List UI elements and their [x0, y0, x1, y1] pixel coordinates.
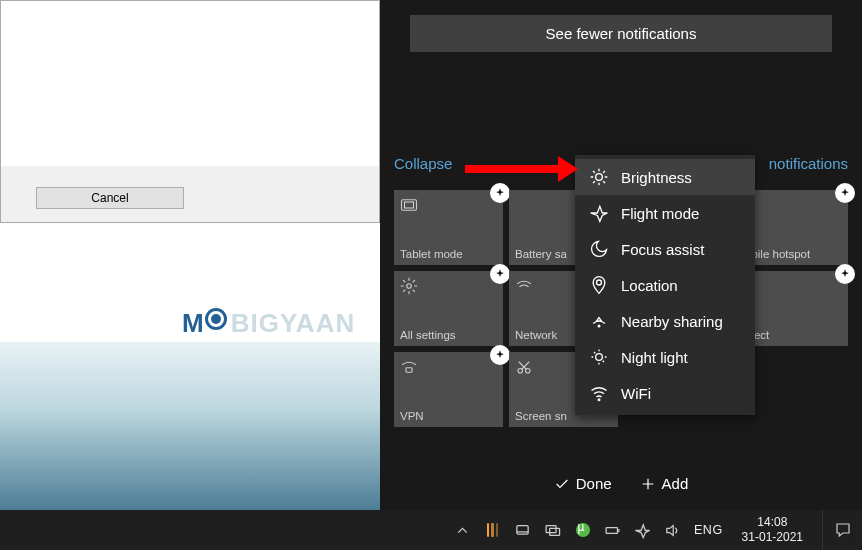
- action-center: See fewer notifications Collapse notific…: [380, 0, 862, 510]
- svg-point-2: [407, 284, 412, 289]
- svg-point-7: [597, 280, 602, 285]
- menu-label: Brightness: [621, 169, 692, 186]
- menu-label: Focus assist: [621, 241, 704, 258]
- tile-all-settings[interactable]: All settings: [394, 271, 503, 346]
- tile-label: oject: [745, 329, 844, 341]
- done-button[interactable]: Done: [554, 475, 612, 492]
- annotation-arrow: [465, 165, 560, 173]
- svg-point-9: [596, 354, 603, 361]
- clock-time: 14:08: [742, 515, 803, 530]
- add-button[interactable]: Add: [640, 475, 689, 492]
- collapse-link[interactable]: Collapse: [394, 155, 452, 172]
- svg-rect-0: [402, 200, 417, 211]
- done-label: Done: [576, 475, 612, 492]
- battery-icon[interactable]: [604, 522, 621, 539]
- moon-icon: [589, 239, 609, 259]
- svg-rect-11: [517, 525, 528, 534]
- done-add-row: Done Add: [380, 475, 862, 492]
- snip-icon: [515, 358, 533, 378]
- menu-item-location[interactable]: Location: [575, 267, 755, 303]
- airplane-mode-icon[interactable]: [634, 522, 651, 539]
- utorrent-icon[interactable]: [574, 522, 591, 539]
- night-light-icon: [589, 347, 609, 367]
- menu-item-wifi[interactable]: WiFi: [575, 375, 755, 411]
- watermark: MBIGYAAN: [182, 306, 355, 339]
- touchpad-icon[interactable]: [514, 522, 531, 539]
- svg-rect-1: [405, 202, 414, 208]
- taskbar: ENG 14:08 31-01-2021: [0, 510, 862, 550]
- plus-icon: [640, 476, 656, 492]
- tile-mobile-hotspot[interactable]: obile hotspot: [739, 190, 848, 265]
- notification-icon: [834, 521, 852, 539]
- wifi-icon: [515, 277, 533, 297]
- gear-icon: [400, 277, 418, 297]
- tile-label: VPN: [400, 410, 499, 422]
- menu-label: WiFi: [621, 385, 651, 402]
- desktop-wallpaper: [0, 342, 380, 510]
- unpin-icon[interactable]: [835, 183, 855, 203]
- menu-label: Location: [621, 277, 678, 294]
- menu-label: Flight mode: [621, 205, 699, 222]
- clear-notifications-link[interactable]: notifications: [769, 155, 848, 172]
- wifi-icon: [589, 383, 609, 403]
- dialog-content: [1, 1, 379, 166]
- tile-vpn[interactable]: VPN: [394, 352, 503, 427]
- share-icon: [589, 311, 609, 331]
- check-icon: [554, 476, 570, 492]
- menu-item-flight-mode[interactable]: Flight mode: [575, 195, 755, 231]
- tile-label: Tablet mode: [400, 248, 499, 260]
- see-fewer-button[interactable]: See fewer notifications: [410, 15, 832, 52]
- dialog-window: Cancel: [0, 0, 380, 223]
- language-indicator[interactable]: ENG: [694, 523, 723, 537]
- tile-label: All settings: [400, 329, 499, 341]
- tablet-icon: [400, 196, 418, 216]
- svg-point-8: [598, 325, 600, 327]
- cancel-button[interactable]: Cancel: [36, 187, 184, 209]
- svg-rect-13: [550, 528, 560, 535]
- tile-project[interactable]: oject: [739, 271, 848, 346]
- tray-app-icon[interactable]: [484, 522, 501, 539]
- airplane-icon: [589, 203, 609, 223]
- svg-point-10: [598, 399, 600, 401]
- menu-item-brightness[interactable]: Brightness: [575, 159, 755, 195]
- unpin-icon[interactable]: [490, 345, 510, 365]
- tile-label: obile hotspot: [745, 248, 844, 260]
- clock-date: 31-01-2021: [742, 530, 803, 545]
- unpin-icon[interactable]: [490, 183, 510, 203]
- vpn-icon: [400, 358, 418, 378]
- menu-item-nearby-sharing[interactable]: Nearby sharing: [575, 303, 755, 339]
- volume-icon[interactable]: [664, 522, 681, 539]
- svg-rect-12: [546, 525, 556, 532]
- menu-label: Night light: [621, 349, 688, 366]
- brightness-icon: [589, 167, 609, 187]
- tray-chevron-icon[interactable]: [454, 522, 471, 539]
- menu-item-focus-assist[interactable]: Focus assist: [575, 231, 755, 267]
- add-quick-action-menu: Brightness Flight mode Focus assist Loca…: [575, 155, 755, 415]
- location-icon: [589, 275, 609, 295]
- svg-rect-14: [606, 527, 617, 533]
- svg-point-6: [596, 174, 603, 181]
- menu-item-night-light[interactable]: Night light: [575, 339, 755, 375]
- add-label: Add: [662, 475, 689, 492]
- tile-tablet-mode[interactable]: Tablet mode: [394, 190, 503, 265]
- svg-rect-3: [406, 368, 412, 373]
- unpin-icon[interactable]: [490, 264, 510, 284]
- menu-label: Nearby sharing: [621, 313, 723, 330]
- unpin-icon[interactable]: [835, 264, 855, 284]
- notification-center-button[interactable]: [822, 510, 862, 550]
- clock[interactable]: 14:08 31-01-2021: [736, 515, 809, 545]
- task-view-icon[interactable]: [544, 522, 561, 539]
